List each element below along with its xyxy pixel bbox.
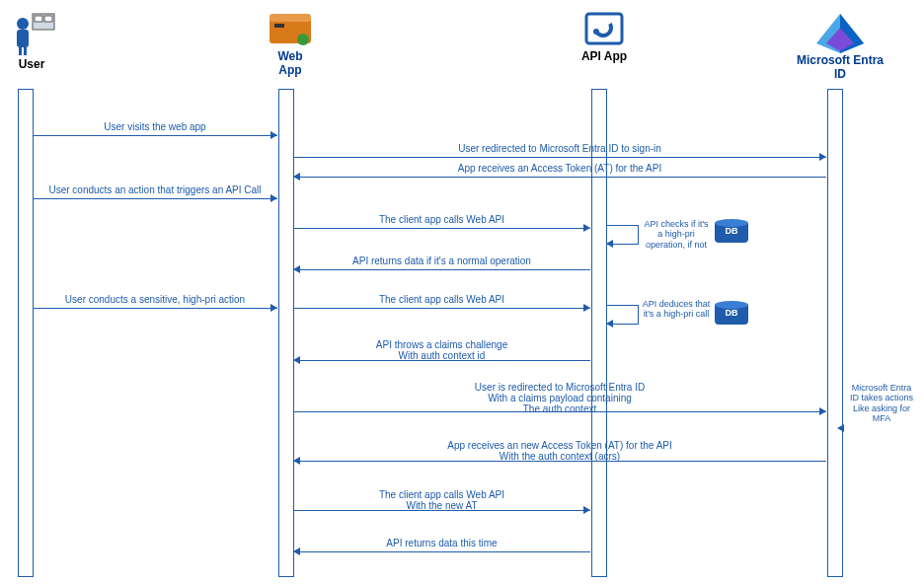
actor-webapp-label: Web App bbox=[261, 49, 320, 77]
svg-rect-1 bbox=[17, 30, 29, 47]
self-call-loop bbox=[606, 305, 639, 325]
message-text: App receives an new Access Token (AT) fo… bbox=[293, 440, 826, 462]
message-text: API returns data if it's a normal operat… bbox=[293, 256, 590, 266]
lifeline-user bbox=[18, 89, 34, 577]
svg-rect-8 bbox=[270, 14, 311, 22]
self-call-note: API deduces that it's a high-pri call bbox=[640, 299, 713, 320]
message-arrow: The client app calls Web API bbox=[293, 301, 590, 315]
actor-entra-label: Microsoft Entra ID bbox=[796, 53, 885, 81]
actor-webapp: Web App bbox=[261, 10, 320, 77]
message-arrow: App receives an new Access Token (AT) fo… bbox=[293, 454, 826, 468]
svg-rect-5 bbox=[35, 16, 42, 22]
message-text: The client app calls Web API bbox=[293, 214, 590, 225]
message-arrow: The client app calls Web API bbox=[293, 221, 590, 235]
sequence-diagram-body: Microsoft Entra ID takes actions Like as… bbox=[10, 89, 914, 577]
lifeline-apiapp bbox=[591, 89, 607, 577]
svg-rect-6 bbox=[44, 16, 52, 22]
actor-apiapp-label: API App bbox=[575, 49, 634, 63]
svg-point-0 bbox=[17, 18, 29, 30]
message-arrow: API returns data if it's a normal operat… bbox=[293, 262, 590, 276]
actor-user-label: User bbox=[2, 57, 61, 71]
message-text: The client app calls Web API bbox=[293, 294, 590, 305]
message-text: App receives an Access Token (AT) for th… bbox=[293, 163, 826, 174]
svg-rect-3 bbox=[24, 47, 27, 55]
database-icon: DB bbox=[715, 219, 748, 243]
database-icon: DB bbox=[715, 301, 748, 325]
actor-user: User bbox=[2, 10, 61, 71]
side-note-entra: Microsoft Entra ID takes actions Like as… bbox=[843, 383, 920, 423]
actor-entra: Microsoft Entra ID bbox=[796, 10, 885, 81]
message-text: User conducts an action that triggers an… bbox=[33, 184, 277, 195]
message-text: The client app calls Web API With the ne… bbox=[293, 489, 590, 511]
message-arrow: API throws a claims challenge With auth … bbox=[293, 353, 590, 367]
svg-point-12 bbox=[593, 29, 599, 35]
message-text: User redirected to Microsoft Entra ID to… bbox=[293, 143, 826, 154]
self-call-loop bbox=[606, 225, 639, 245]
self-call-note: API checks if it's a high-pri operation,… bbox=[640, 219, 713, 250]
message-arrow: User redirected to Microsoft Entra ID to… bbox=[293, 150, 826, 164]
message-arrow: User conducts an action that triggers an… bbox=[33, 191, 277, 205]
svg-rect-10 bbox=[274, 24, 284, 28]
actor-apiapp: API App bbox=[575, 10, 634, 63]
message-text: User is redirected to Microsoft Entra ID… bbox=[293, 382, 826, 414]
message-text: API throws a claims challenge With auth … bbox=[293, 339, 590, 361]
svg-point-9 bbox=[297, 34, 309, 45]
message-arrow: API returns data this time bbox=[293, 545, 590, 558]
server-icon bbox=[266, 10, 315, 49]
actor-header-row: User Web App API App Microsoft Entra ID bbox=[10, 10, 914, 89]
svg-rect-2 bbox=[19, 47, 22, 55]
message-arrow: User conducts a sensitive, high-pri acti… bbox=[33, 301, 277, 315]
message-text: User visits the web app bbox=[33, 121, 277, 132]
user-icon bbox=[5, 10, 58, 57]
lifeline-entra bbox=[827, 89, 843, 577]
message-arrow: User is redirected to Microsoft Entra ID… bbox=[293, 404, 826, 418]
svg-rect-11 bbox=[586, 14, 622, 43]
api-app-icon bbox=[582, 10, 626, 49]
message-arrow: App receives an Access Token (AT) for th… bbox=[293, 170, 826, 183]
message-arrow: The client app calls Web API With the ne… bbox=[293, 503, 590, 517]
message-text: API returns data this time bbox=[293, 538, 590, 548]
message-arrow: User visits the web app bbox=[33, 128, 277, 142]
message-text: User conducts a sensitive, high-pri acti… bbox=[33, 294, 277, 305]
entra-icon bbox=[810, 10, 870, 53]
lifeline-webapp bbox=[278, 89, 294, 577]
